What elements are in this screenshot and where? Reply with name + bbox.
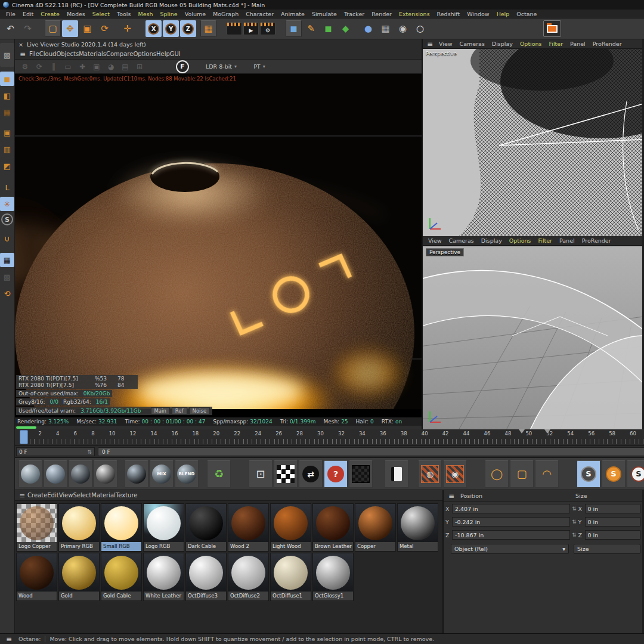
menu-item[interactable]: ProRender [589,41,626,47]
s-tag-icon[interactable]: S [1,213,13,225]
menu-item[interactable]: MoGraph [209,11,242,17]
rotate-icon[interactable]: ⟳ [97,20,113,37]
stepper-icon[interactable]: ⇅ [87,449,92,455]
layered-material-icon[interactable] [385,460,408,488]
help-material-icon[interactable]: ? [324,460,348,488]
size-input[interactable]: 0 in [585,530,640,540]
last-tool-icon[interactable]: ✛ [119,20,135,37]
lock-z-button[interactable]: Z [180,20,196,37]
stepper-icon[interactable]: ⇅ [572,506,577,512]
material-item[interactable]: Gold Cable [101,553,142,601]
checkerboard-texture-icon[interactable] [274,460,298,488]
octane-folder-icon[interactable] [543,20,561,37]
viewport-shaded[interactable]: Perspective [423,246,642,429]
octane-universal-material-icon[interactable] [94,460,117,488]
s-sphere-selected-icon[interactable]: S [577,460,600,488]
octane-texture1-icon[interactable]: ◍ [418,460,442,488]
hamburger-icon[interactable]: ≡ [17,491,27,500]
menu-item[interactable]: Redshift [434,11,464,17]
menu-item[interactable]: Options [133,51,156,57]
menu-item[interactable]: Help [493,11,513,17]
refresh-icon[interactable]: ⟳ [33,61,46,73]
lock-resolution-icon[interactable]: ▣ [90,61,103,73]
menu-item[interactable]: Materials [79,51,106,57]
menu-item[interactable]: Cameras [445,237,478,244]
menu-item[interactable]: Texture [116,492,138,499]
stepper-icon[interactable]: ⇅ [572,519,577,525]
menu-item[interactable]: Material [91,492,116,499]
environment-icon[interactable]: ● [360,20,376,37]
uv-mode-icon[interactable]: ▦ [0,105,14,119]
material-item[interactable]: White Leather [143,553,184,601]
viewport-label[interactable]: Perspective [426,248,464,256]
size-mode-dropdown[interactable]: Size [574,544,640,554]
material-item[interactable]: Wood [16,553,57,601]
material-item[interactable]: Brown Leather [312,503,354,552]
material-item[interactable]: Dark Cable [185,503,227,552]
scale-icon[interactable]: ▣ [79,20,95,37]
menu-item[interactable]: Character [242,11,277,17]
menu-item[interactable]: Edit [47,492,58,499]
stepper-icon[interactable]: ⇅ [572,532,577,538]
position-input[interactable]: -10.867 in [452,530,570,540]
menu-item[interactable]: Edit [19,11,37,17]
close-icon[interactable]: × [18,41,23,48]
pause-icon[interactable]: ‖ [47,61,60,73]
model-mode-icon[interactable]: ◼ [0,72,14,86]
hamburger-icon[interactable]: ≡ [425,40,435,48]
menu-item[interactable]: Simulate [308,11,340,17]
render-region-icon[interactable]: ▭ [61,61,75,73]
octane-diffuse-material-icon[interactable] [18,460,42,488]
menu-item[interactable]: View [435,41,456,47]
settings-gear-icon[interactable]: ⚙ [18,61,32,73]
material-item[interactable]: Primary RGB [58,503,100,552]
menu-item[interactable]: Display [488,41,516,47]
rotate-ring-icon[interactable]: ⟲ [0,286,14,301]
node-editor-icon[interactable]: ⊡ [249,460,273,488]
menu-item[interactable]: Cloud [39,51,57,57]
menu-item[interactable]: Options [506,237,535,244]
workplane-icon[interactable]: L [0,180,14,194]
menu-item[interactable]: Modes [63,11,89,17]
octane-texture2-icon[interactable]: ◉ [443,460,467,488]
polygon-mode-icon[interactable]: ◩ [0,159,14,173]
material-item[interactable]: Logo RGB [143,503,184,552]
points-mode-icon[interactable]: ▣ [0,125,14,140]
menu-item[interactable]: File [2,11,19,17]
material-item[interactable]: OctDiffuse3 [185,553,227,601]
octane-portal-material-icon[interactable] [125,460,148,488]
menu-item[interactable]: Render [368,11,395,17]
render-settings-icon[interactable]: ⚙ [260,22,275,35]
live-selection-icon[interactable]: ▢ [45,20,61,37]
menu-item[interactable]: Cameras [456,41,488,47]
current-frame-field[interactable]: 0 F ⇅ [16,447,95,456]
menu-item[interactable]: Create [27,492,47,499]
texture-grid-icon[interactable] [349,460,373,488]
snap-icon[interactable]: ✳ [0,197,14,211]
mograph-icon[interactable]: ◼ [320,20,336,37]
octane-glossy-material-icon[interactable] [44,460,67,488]
menu-item[interactable]: View [59,492,73,499]
menu-item[interactable]: Filter [546,41,567,47]
range-slider[interactable]: 0 F 90 F [98,447,644,456]
clay-mode-icon[interactable]: ◕ [104,61,117,73]
stats-tab[interactable]: Noise [189,407,210,414]
menu-item[interactable]: Compare [106,51,133,57]
material-item[interactable]: Wood 2 [228,503,269,552]
add-cube-icon[interactable]: ◼ [286,20,302,37]
menu-item[interactable]: Mesh [134,11,156,17]
menu-item[interactable]: ProRender [578,237,615,244]
timeline-playhead[interactable] [20,430,28,444]
move-icon[interactable]: ✥ [62,20,78,37]
coordinate-mode-dropdown[interactable]: Object (Rel)▾ [451,544,569,554]
hamburger-icon[interactable]: ≡ [4,635,14,643]
viewport-label[interactable]: Perspective [426,51,457,57]
mesh-dark-icon[interactable]: ▩ [0,270,14,284]
menu-item[interactable]: Filter [534,237,556,244]
timeline-ruler[interactable]: 0246810121416182022242628303234363840424… [15,429,644,446]
menu-item[interactable]: GUI [170,51,181,57]
kernel-dropdown[interactable]: PT▾ [253,63,265,70]
s-orange-icon[interactable]: S [602,460,626,488]
format-dropdown[interactable]: LDR 8-bit▾ [206,63,237,70]
menu-item[interactable]: Help [156,51,170,57]
